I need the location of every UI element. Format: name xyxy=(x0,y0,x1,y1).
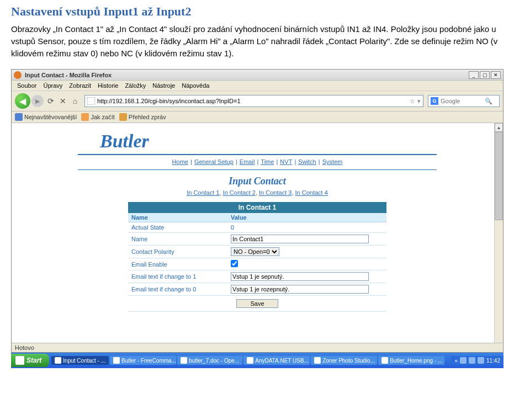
start-button[interactable]: Start xyxy=(11,354,49,367)
app-icon xyxy=(381,357,388,364)
app-icon xyxy=(55,357,61,364)
taskbar-item[interactable]: Input Contact - ... xyxy=(51,356,109,365)
firefox-icon xyxy=(81,113,89,121)
back-button[interactable]: ◀ xyxy=(15,93,30,109)
taskbar-item[interactable]: Zoner Photo Studio... xyxy=(311,356,377,365)
text0-input[interactable] xyxy=(231,285,369,294)
form-table: Name Value Actual State 0 Name Contact P… xyxy=(128,213,386,312)
row-actual-state-label: Actual State xyxy=(128,222,227,233)
col-value-header: Value xyxy=(227,213,386,222)
clock[interactable]: 11:42 xyxy=(486,358,500,364)
url-bar[interactable]: http://192.168.1.20/cgi-bin/sys/incontac… xyxy=(84,95,423,107)
menu-help[interactable]: Nápověda xyxy=(179,82,211,89)
nav-switch[interactable]: Switch xyxy=(298,158,316,165)
app-icon xyxy=(113,357,120,364)
windows-icon xyxy=(15,356,24,365)
reload-button[interactable]: ⟳ xyxy=(46,96,56,106)
bookmark-most-visited[interactable]: Nejnavštěvovanější xyxy=(15,113,77,121)
statusbar: Hotovo xyxy=(12,343,503,352)
search-box[interactable]: G 🔍 xyxy=(428,95,500,107)
divider xyxy=(78,169,437,170)
home-button[interactable]: ⌂ xyxy=(70,96,80,106)
navigation-toolbar: ◀ ▶ ⟳ ✕ ⌂ http://192.168.1.20/cgi-bin/sy… xyxy=(12,91,503,111)
search-input[interactable] xyxy=(441,98,485,104)
subnav-incontact2[interactable]: In Contact 2 xyxy=(223,189,256,196)
window-titlebar: Input Contact - Mozilla Firefox _ ▢ ✕ xyxy=(12,70,503,81)
url-text[interactable]: http://192.168.1.20/cgi-bin/sys/incontac… xyxy=(97,98,407,104)
browser-window: Input Contact - Mozilla Firefox _ ▢ ✕ So… xyxy=(11,69,504,353)
text1-input[interactable] xyxy=(231,272,369,281)
app-icon xyxy=(247,357,253,364)
google-icon: G xyxy=(431,97,438,105)
system-tray[interactable]: « 11:42 xyxy=(451,356,504,365)
menu-view[interactable]: Zobrazit xyxy=(67,82,93,89)
form-header: In Contact 1 xyxy=(128,202,386,213)
name-input[interactable] xyxy=(231,235,369,243)
subnav-incontact3[interactable]: In Contact 3 xyxy=(259,189,292,196)
row-text1-label: Email text if change to 1 xyxy=(128,270,227,283)
maximize-button[interactable]: ▢ xyxy=(480,71,490,79)
close-button[interactable]: ✕ xyxy=(491,71,501,79)
row-text0-label: Email text if change to 0 xyxy=(128,283,227,296)
nav-nvt[interactable]: NVT xyxy=(280,158,292,165)
tray-icon[interactable] xyxy=(460,357,467,364)
firefox-icon xyxy=(14,71,22,79)
menu-file[interactable]: Soubor xyxy=(15,82,39,89)
save-button[interactable]: Save xyxy=(236,299,278,308)
divider xyxy=(78,154,437,155)
rss-icon xyxy=(119,113,127,121)
minimize-button[interactable]: _ xyxy=(469,71,479,79)
email-enable-checkbox[interactable] xyxy=(231,260,238,267)
nav-system[interactable]: System xyxy=(322,158,343,165)
url-dropdown-icon[interactable]: ▾ xyxy=(417,98,421,105)
folder-icon xyxy=(15,113,23,121)
menu-history[interactable]: Historie xyxy=(96,82,120,89)
taskbar-item[interactable]: AnyDATA.NET USB... xyxy=(243,356,310,365)
app-icon xyxy=(314,357,321,364)
top-nav: Home | General Setup | Email | Time | NV… xyxy=(23,158,492,167)
brand-logo: Butler xyxy=(23,125,492,152)
taskbar-item[interactable]: Butler_Home.png - ... xyxy=(378,356,444,365)
taskbar: Start Input Contact - ... Butler - FreeC… xyxy=(11,353,504,368)
window-title: Input Contact - Mozilla Firefox xyxy=(25,72,469,78)
col-name-header: Name xyxy=(128,213,227,222)
search-go-icon[interactable]: 🔍 xyxy=(485,98,492,105)
vertical-scrollbar[interactable]: ▲ xyxy=(494,123,503,343)
tray-icon[interactable] xyxy=(478,357,484,364)
polarity-select[interactable]: NO - Open=0 xyxy=(231,247,279,256)
page-icon xyxy=(87,97,95,105)
bookmarks-toolbar: Nejnavštěvovanější Jak začít Přehled zpr… xyxy=(12,111,503,123)
nav-time[interactable]: Time xyxy=(261,158,274,165)
doc-body: Obrazovky „In Contact 1" až „In Contact … xyxy=(0,22,530,65)
row-name-label: Name xyxy=(128,233,227,246)
app-icon xyxy=(181,357,187,364)
taskbar-item[interactable]: butler_7.doc - Ope... xyxy=(177,356,242,365)
stop-button[interactable]: ✕ xyxy=(58,96,68,106)
page-viewport: ▲ Butler Home | General Setup | Email | … xyxy=(12,123,503,343)
menu-bookmarks[interactable]: Záložky xyxy=(123,82,148,89)
nav-general-setup[interactable]: General Setup xyxy=(194,158,234,165)
tray-expand-icon[interactable]: « xyxy=(454,358,458,364)
row-polarity-label: Contact Polarity xyxy=(128,246,227,258)
taskbar-item[interactable]: Butler - FreeComma... xyxy=(110,356,176,365)
doc-heading: Nastavení vstupů Input1 až Input2 xyxy=(0,0,530,22)
tray-icon[interactable] xyxy=(469,357,475,364)
bookmark-star-icon[interactable]: ☆ xyxy=(410,98,415,105)
sub-nav: In Contact 1, In Contact 2, In Contact 3… xyxy=(23,188,492,201)
form-panel: In Contact 1 Name Value Actual State 0 N… xyxy=(128,201,387,312)
scroll-up-arrow[interactable]: ▲ xyxy=(495,123,503,132)
menu-edit[interactable]: Úpravy xyxy=(41,82,65,89)
scroll-thumb[interactable] xyxy=(495,132,503,220)
subnav-incontact1[interactable]: In Contact 1 xyxy=(187,189,219,196)
bookmark-news-overview[interactable]: Přehled zpráv xyxy=(119,113,166,121)
menubar: Soubor Úpravy Zobrazit Historie Záložky … xyxy=(12,81,503,91)
nav-email[interactable]: Email xyxy=(240,158,255,165)
menu-tools[interactable]: Nástroje xyxy=(150,82,177,89)
row-email-enable-label: Email Enable xyxy=(128,258,227,270)
forward-button[interactable]: ▶ xyxy=(31,95,44,107)
row-actual-state-value: 0 xyxy=(227,222,386,233)
nav-home[interactable]: Home xyxy=(172,158,188,165)
bookmark-getting-started[interactable]: Jak začít xyxy=(81,113,114,121)
subnav-incontact4[interactable]: In Contact 4 xyxy=(295,189,328,196)
section-title: Input Contact xyxy=(23,173,492,188)
